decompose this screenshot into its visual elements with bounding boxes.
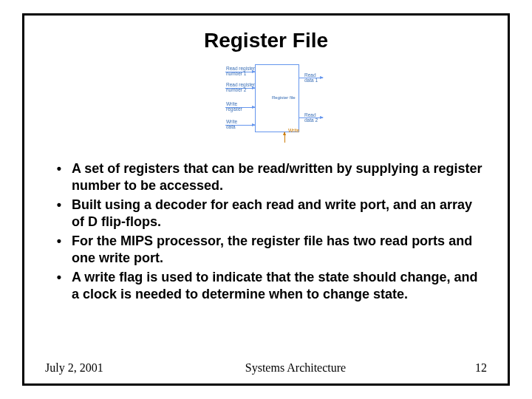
label-write-data: Write data xyxy=(226,120,237,130)
bullet-item: • Built using a decoder for each read an… xyxy=(47,197,487,230)
label-read-data-2: Read data 2 xyxy=(304,113,318,123)
footer-page: 12 xyxy=(443,361,487,375)
label-register-file: Register file xyxy=(272,95,296,100)
label-read-data-1: Read data 1 xyxy=(304,73,318,83)
bullet-marker-icon: • xyxy=(47,233,72,266)
bullet-marker-icon: • xyxy=(47,160,72,194)
bullet-text: For the MIPS processor, the register fil… xyxy=(72,233,487,266)
label-read-reg-2: Read register number 2 xyxy=(226,83,255,93)
label-write-reg: Write register xyxy=(226,102,242,112)
slide-frame: Register File Read register number 1 Rea… xyxy=(22,13,510,386)
bullet-item: • A write flag is used to indicate that … xyxy=(47,269,487,302)
label-read-reg-1: Read register number 1 xyxy=(226,66,255,77)
register-file-diagram: Read register number 1 Read register num… xyxy=(185,64,347,146)
slide-title: Register File xyxy=(45,29,487,52)
bullet-list: • A set of registers that can be read/wr… xyxy=(45,160,487,357)
label-write-signal: Write xyxy=(288,128,299,133)
footer-date: July 2, 2001 xyxy=(45,361,149,375)
bullet-item: • A set of registers that can be read/wr… xyxy=(47,160,487,194)
bullet-text: A set of registers that can be read/writ… xyxy=(72,160,487,194)
bullet-marker-icon: • xyxy=(47,197,72,230)
slide-footer: July 2, 2001 Systems Architecture 12 xyxy=(45,361,487,375)
bullet-text: Built using a decoder for each read and … xyxy=(72,197,487,230)
footer-course: Systems Architecture xyxy=(149,361,443,375)
bullet-text: A write flag is used to indicate that th… xyxy=(72,269,487,302)
write-signal-line xyxy=(284,132,285,143)
bullet-marker-icon: • xyxy=(47,269,72,302)
bullet-item: • For the MIPS processor, the register f… xyxy=(47,233,487,266)
